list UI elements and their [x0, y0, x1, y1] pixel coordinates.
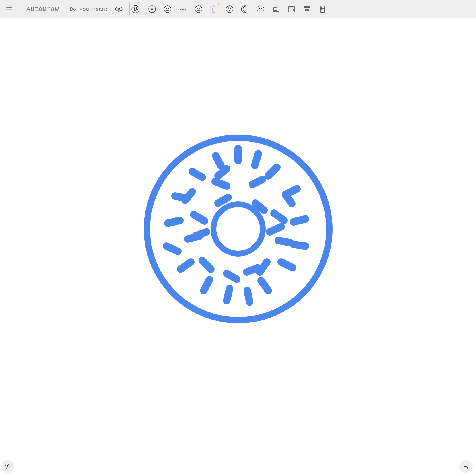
svg-point-12 [230, 8, 231, 9]
menu-button[interactable] [3, 3, 15, 15]
cookie-icon [226, 5, 234, 13]
donut-icon [115, 5, 123, 13]
svg-point-25 [305, 7, 306, 7]
svg-point-15 [259, 8, 260, 9]
stove-icon [303, 5, 311, 13]
svg-rect-18 [274, 8, 277, 11]
undo-button[interactable] [459, 460, 473, 473]
suggestion-donut-sprinkle[interactable] [130, 3, 141, 15]
suggestion-strip: ★ [114, 3, 473, 15]
toolbar: AutoDraw Do you mean: ★ [0, 0, 476, 18]
cd-icon [148, 5, 156, 13]
svg-point-7 [166, 8, 167, 9]
suggestion-microwave[interactable] [271, 5, 281, 14]
suggestion-cd[interactable] [147, 5, 157, 14]
smile-icon [164, 5, 172, 13]
svg-point-8 [169, 8, 169, 9]
suggestion-oven[interactable] [287, 5, 296, 14]
oven-icon [287, 5, 296, 13]
svg-point-30 [213, 204, 263, 254]
svg-point-27 [308, 7, 309, 7]
fridge-icon [318, 5, 327, 13]
drawing-canvas[interactable] [0, 18, 476, 476]
autodraw-tool-button[interactable] [1, 460, 14, 473]
svg-point-9 [195, 6, 202, 13]
moon-icon [210, 5, 218, 13]
svg-point-1 [118, 8, 120, 9]
star-icon: ★ [217, 3, 220, 6]
microwave-icon [272, 5, 280, 13]
moustache-icon [179, 5, 187, 13]
magic-pen-icon [4, 463, 11, 470]
face-icon [257, 5, 265, 13]
svg-point-6 [164, 6, 171, 13]
suggestion-grin[interactable] [194, 5, 203, 14]
suggestion-smile[interactable] [163, 5, 172, 14]
app-title: AutoDraw [26, 6, 59, 13]
svg-point-13 [229, 10, 230, 11]
suggestion-fridge[interactable] [318, 5, 327, 14]
svg-point-26 [307, 7, 307, 7]
canvas-drawing [141, 131, 336, 327]
donut-sprinkle-icon [131, 5, 140, 13]
suggestion-crescent[interactable] [240, 5, 250, 14]
svg-point-11 [228, 8, 229, 8]
svg-rect-23 [290, 9, 293, 11]
suggestion-moustache[interactable] [178, 5, 188, 14]
svg-point-5 [151, 9, 153, 10]
suggestion-moon[interactable]: ★ [209, 5, 219, 14]
suggestion-face[interactable] [256, 5, 265, 14]
svg-point-22 [292, 7, 292, 7]
svg-point-10 [226, 6, 233, 13]
svg-point-20 [290, 7, 290, 7]
crescent-icon [241, 5, 249, 13]
svg-point-14 [257, 6, 264, 13]
svg-rect-28 [320, 6, 325, 12]
svg-point-21 [291, 7, 291, 7]
svg-point-16 [261, 8, 262, 9]
undo-icon [463, 463, 469, 470]
suggestion-cookie[interactable] [225, 5, 234, 14]
hamburger-icon [5, 5, 13, 13]
svg-point-3 [134, 8, 137, 11]
svg-point-0 [115, 7, 122, 11]
suggestion-donut-simple[interactable] [114, 5, 123, 14]
suggestion-prompt: Do you mean: [70, 7, 108, 12]
suggestion-stove[interactable] [302, 5, 312, 14]
svg-point-29 [147, 138, 329, 320]
grin-icon [195, 5, 203, 13]
